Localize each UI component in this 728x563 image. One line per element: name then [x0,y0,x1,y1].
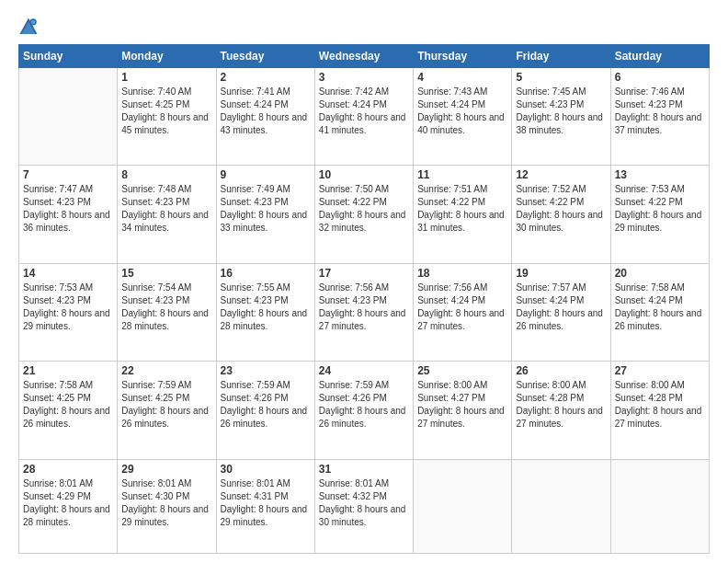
cell-info: Sunrise: 8:01 AMSunset: 4:30 PMDaylight:… [121,477,211,529]
calendar-cell: 27Sunrise: 8:00 AMSunset: 4:28 PMDayligh… [610,362,709,459]
calendar-cell [414,459,512,554]
cell-info: Sunrise: 7:53 AMSunset: 4:22 PMDaylight:… [615,183,705,235]
day-number: 19 [516,267,606,280]
cell-info: Sunrise: 8:00 AMSunset: 4:27 PMDaylight:… [417,379,507,431]
calendar-cell: 22Sunrise: 7:59 AMSunset: 4:25 PMDayligh… [118,362,216,459]
svg-point-3 [31,20,35,24]
cell-info: Sunrise: 7:54 AMSunset: 4:23 PMDaylight:… [121,282,211,333]
calendar-cell: 31Sunrise: 8:01 AMSunset: 4:32 PMDayligh… [314,459,413,554]
cell-info: Sunrise: 7:56 AMSunset: 4:23 PMDaylight:… [319,282,409,333]
calendar-cell: 1Sunrise: 7:40 AMSunset: 4:25 PMDaylight… [118,68,216,166]
calendar-week-1: 1Sunrise: 7:40 AMSunset: 4:25 PMDaylight… [19,68,710,166]
day-number: 12 [516,168,606,181]
day-number: 20 [615,267,705,280]
calendar-cell: 19Sunrise: 7:57 AMSunset: 4:24 PMDayligh… [512,263,610,361]
calendar-table: SundayMondayTuesdayWednesdayThursdayFrid… [18,44,710,554]
weekday-header-saturday: Saturday [610,45,709,68]
weekday-header-tuesday: Tuesday [216,45,314,68]
day-number: 14 [23,267,113,280]
calendar-cell: 16Sunrise: 7:55 AMSunset: 4:23 PMDayligh… [216,263,314,361]
calendar-cell: 3Sunrise: 7:42 AMSunset: 4:24 PMDaylight… [314,68,413,166]
cell-info: Sunrise: 7:57 AMSunset: 4:24 PMDaylight:… [516,282,606,333]
calendar-week-3: 14Sunrise: 7:53 AMSunset: 4:23 PMDayligh… [19,263,710,361]
calendar-cell: 23Sunrise: 7:59 AMSunset: 4:26 PMDayligh… [216,362,314,459]
calendar-cell: 14Sunrise: 7:53 AMSunset: 4:23 PMDayligh… [19,263,118,361]
cell-info: Sunrise: 7:48 AMSunset: 4:23 PMDaylight:… [121,183,211,235]
cell-info: Sunrise: 8:01 AMSunset: 4:31 PMDaylight:… [221,477,311,529]
cell-info: Sunrise: 8:00 AMSunset: 4:28 PMDaylight:… [516,379,606,431]
calendar-cell [19,68,118,166]
calendar-cell: 21Sunrise: 7:58 AMSunset: 4:25 PMDayligh… [19,362,118,459]
cell-info: Sunrise: 7:59 AMSunset: 4:26 PMDaylight:… [221,379,311,431]
header [18,17,710,37]
day-number: 4 [417,71,507,84]
day-number: 5 [516,71,606,84]
day-number: 28 [23,463,113,476]
day-number: 10 [319,168,409,181]
weekday-header-monday: Monday [118,45,216,68]
cell-info: Sunrise: 7:59 AMSunset: 4:26 PMDaylight:… [319,379,409,431]
day-number: 6 [615,71,705,84]
calendar-cell: 7Sunrise: 7:47 AMSunset: 4:23 PMDaylight… [19,166,118,263]
calendar-cell: 12Sunrise: 7:52 AMSunset: 4:22 PMDayligh… [512,166,610,263]
day-number: 26 [516,364,606,377]
day-number: 11 [417,168,507,181]
calendar-cell: 11Sunrise: 7:51 AMSunset: 4:22 PMDayligh… [414,166,512,263]
day-number: 25 [417,364,507,377]
cell-info: Sunrise: 7:46 AMSunset: 4:23 PMDaylight:… [615,86,705,137]
logo-icon [18,17,39,37]
cell-info: Sunrise: 7:51 AMSunset: 4:22 PMDaylight:… [417,183,507,235]
cell-info: Sunrise: 7:47 AMSunset: 4:23 PMDaylight:… [23,183,113,235]
day-number: 30 [221,463,311,476]
calendar-cell: 18Sunrise: 7:56 AMSunset: 4:24 PMDayligh… [414,263,512,361]
calendar-cell: 13Sunrise: 7:53 AMSunset: 4:22 PMDayligh… [610,166,709,263]
cell-info: Sunrise: 7:58 AMSunset: 4:24 PMDaylight:… [615,282,705,333]
cell-info: Sunrise: 7:59 AMSunset: 4:25 PMDaylight:… [121,379,211,431]
calendar-cell: 2Sunrise: 7:41 AMSunset: 4:24 PMDaylight… [216,68,314,166]
cell-info: Sunrise: 7:49 AMSunset: 4:23 PMDaylight:… [221,183,311,235]
calendar-cell: 9Sunrise: 7:49 AMSunset: 4:23 PMDaylight… [216,166,314,263]
calendar-cell: 30Sunrise: 8:01 AMSunset: 4:31 PMDayligh… [216,459,314,554]
day-number: 13 [615,168,705,181]
weekday-header-wednesday: Wednesday [314,45,413,68]
day-number: 22 [121,364,211,377]
weekday-header-sunday: Sunday [19,45,118,68]
cell-info: Sunrise: 7:58 AMSunset: 4:25 PMDaylight:… [23,379,113,431]
calendar-cell: 28Sunrise: 8:01 AMSunset: 4:29 PMDayligh… [19,459,118,554]
day-number: 27 [615,364,705,377]
day-number: 2 [221,71,311,84]
calendar-cell: 4Sunrise: 7:43 AMSunset: 4:24 PMDaylight… [414,68,512,166]
calendar-week-2: 7Sunrise: 7:47 AMSunset: 4:23 PMDaylight… [19,166,710,263]
day-number: 21 [23,364,113,377]
day-number: 3 [319,71,409,84]
calendar-cell: 24Sunrise: 7:59 AMSunset: 4:26 PMDayligh… [314,362,413,459]
calendar-cell: 8Sunrise: 7:48 AMSunset: 4:23 PMDaylight… [118,166,216,263]
day-number: 7 [23,168,113,181]
day-number: 17 [319,267,409,280]
logo [18,17,44,37]
calendar-cell: 17Sunrise: 7:56 AMSunset: 4:23 PMDayligh… [314,263,413,361]
calendar-cell: 20Sunrise: 7:58 AMSunset: 4:24 PMDayligh… [610,263,709,361]
cell-info: Sunrise: 7:53 AMSunset: 4:23 PMDaylight:… [23,282,113,333]
cell-info: Sunrise: 7:50 AMSunset: 4:22 PMDaylight:… [319,183,409,235]
cell-info: Sunrise: 8:01 AMSunset: 4:32 PMDaylight:… [319,477,409,529]
weekday-header-row: SundayMondayTuesdayWednesdayThursdayFrid… [19,45,710,68]
day-number: 24 [319,364,409,377]
cell-info: Sunrise: 7:41 AMSunset: 4:24 PMDaylight:… [221,86,311,137]
calendar-cell: 15Sunrise: 7:54 AMSunset: 4:23 PMDayligh… [118,263,216,361]
cell-info: Sunrise: 7:56 AMSunset: 4:24 PMDaylight:… [417,282,507,333]
weekday-header-friday: Friday [512,45,610,68]
cell-info: Sunrise: 8:01 AMSunset: 4:29 PMDaylight:… [23,477,113,529]
calendar-cell: 10Sunrise: 7:50 AMSunset: 4:22 PMDayligh… [314,166,413,263]
day-number: 16 [221,267,311,280]
cell-info: Sunrise: 7:55 AMSunset: 4:23 PMDaylight:… [221,282,311,333]
cell-info: Sunrise: 8:00 AMSunset: 4:28 PMDaylight:… [615,379,705,431]
day-number: 8 [121,168,211,181]
cell-info: Sunrise: 7:42 AMSunset: 4:24 PMDaylight:… [319,86,409,137]
calendar-cell [512,459,610,554]
calendar-cell: 6Sunrise: 7:46 AMSunset: 4:23 PMDaylight… [610,68,709,166]
day-number: 18 [417,267,507,280]
cell-info: Sunrise: 7:40 AMSunset: 4:25 PMDaylight:… [121,86,211,137]
cell-info: Sunrise: 7:45 AMSunset: 4:23 PMDaylight:… [516,86,606,137]
page: SundayMondayTuesdayWednesdayThursdayFrid… [0,0,728,563]
